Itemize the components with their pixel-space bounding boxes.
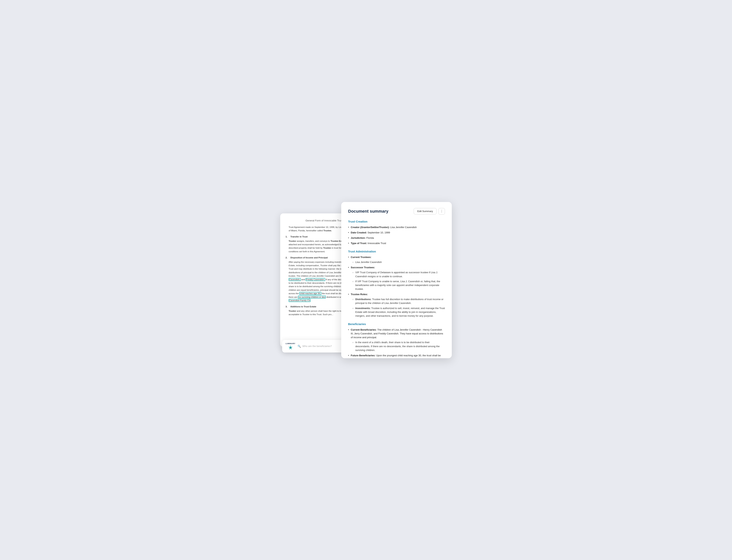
highlight-nochildren: no surviving children or des <box>298 296 326 299</box>
list-item: Type of Trust: Irrevocable Trust <box>348 241 445 245</box>
luminary-icon: AI <box>288 345 293 350</box>
list-item: Jurisdiction: Florida <box>348 236 445 240</box>
summary-header: Document summary Edit Summary ⋮ <box>348 208 445 215</box>
logo-text: LUMINARY <box>285 343 295 344</box>
summary-panel: Document summary Edit Summary ⋮ Trust Cr… <box>341 202 452 358</box>
highlight-charitable: Cavendish Family Ch <box>288 299 310 302</box>
successor-trustees-sub: VIP Trust Company of Delaware is appoint… <box>352 271 445 291</box>
svg-text:AI: AI <box>290 347 291 348</box>
more-options-button[interactable]: ⋮ <box>439 208 445 215</box>
section-trust-admin-heading: Trust Administration <box>348 250 445 253</box>
sub-list-item: In the event of a child's death, their s… <box>352 340 445 352</box>
list-item: Date Created: September 10, 1999 <box>348 231 445 235</box>
list-item-successor-trustees: Successor Trustees: VIP Trust Company of… <box>348 266 445 291</box>
highlight-age30: child reaches age 30, <box>299 292 321 295</box>
summary-actions: Edit Summary ⋮ <box>414 208 445 215</box>
current-trustees-sub: Lisa Jennifer Cavendish <box>352 260 445 264</box>
section-trust-creation-heading: Trust Creation <box>348 220 445 223</box>
sub-list-item: VIP Trust Company of Delaware is appoint… <box>352 271 445 278</box>
edit-summary-button[interactable]: Edit Summary <box>414 208 437 214</box>
search-bar-card: LUMINARY AI 🔍 Who are the beneficiaries? <box>282 340 347 353</box>
list-item: Creator (Grantor/Settlor/Trustor): Lisa … <box>348 225 445 229</box>
sub-list-item: Investments: Trustee is authorized to se… <box>352 306 445 318</box>
sub-list-item: Lisa Jennifer Cavendish <box>352 260 445 264</box>
luminary-logo: LUMINARY AI <box>285 343 295 350</box>
list-item-current-beneficiaries: Current Beneficiaries: The children of L… <box>348 328 445 352</box>
list-item-future-beneficiaries: Future Beneficiaries: Upon the youngest … <box>348 354 445 358</box>
highlight-cavendish: Cavendish, <box>288 278 301 281</box>
search-icon: 🔍 <box>297 345 301 348</box>
highlight-freddy: Freddy Cavendish. <box>305 278 325 281</box>
trustee-roles-sub: Distributions: Trustee has full discreti… <box>352 297 445 318</box>
list-item-current-trustees: Current Trustees: Lisa Jennifer Cavendis… <box>348 255 445 264</box>
current-beneficiaries-sub: In the event of a child's death, their s… <box>352 340 445 352</box>
sub-list-item: If VIP Trust Company is unable to serve,… <box>352 280 445 291</box>
scene: General Form of Irrevocable Trust Trust … <box>280 202 452 358</box>
trust-admin-list: Current Trustees: Lisa Jennifer Cavendis… <box>348 255 445 318</box>
sub-list-item: Distributions: Trustee has full discreti… <box>352 297 445 305</box>
search-placeholder: Who are the beneficiaries? <box>302 345 332 348</box>
search-input-area[interactable]: 🔍 Who are the beneficiaries? <box>297 345 343 348</box>
summary-title: Document summary <box>348 209 389 214</box>
beneficiaries-list: Current Beneficiaries: The children of L… <box>348 328 445 358</box>
section-beneficiaries-heading: Beneficiaries <box>348 322 445 326</box>
trust-creation-list: Creator (Grantor/Settlor/Trustor): Lisa … <box>348 225 445 245</box>
list-item-trustee-roles: Trustee Roles: Distributions: Trustee ha… <box>348 292 445 318</box>
